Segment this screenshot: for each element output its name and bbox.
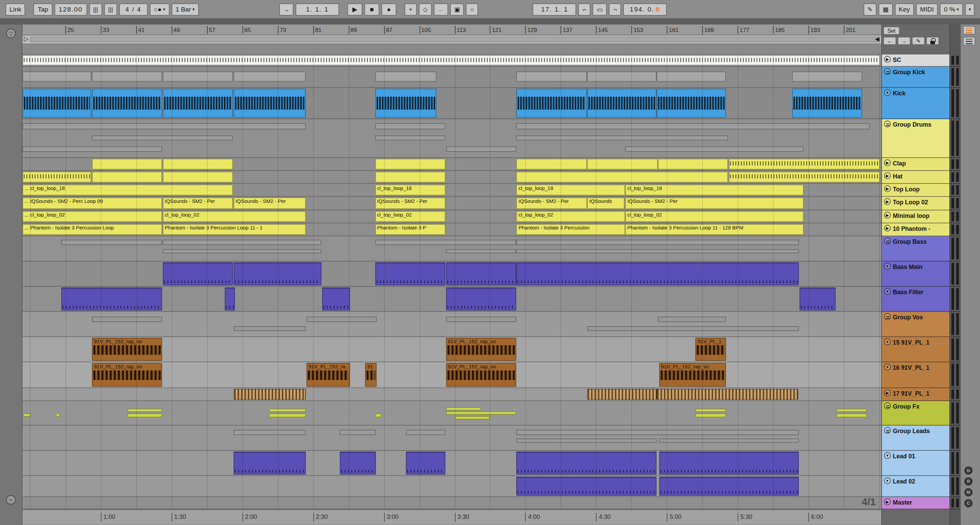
clip[interactable] [836, 408, 867, 412]
clip[interactable] [375, 89, 436, 118]
nudge-down-button[interactable]: ||| [89, 3, 102, 15]
track-lane-bass-filter[interactable] [22, 287, 881, 312]
clip[interactable] [657, 389, 798, 400]
fold-icon[interactable]: ▶ [884, 498, 891, 505]
clip[interactable]: IQSounds - SM2 - Per [234, 197, 306, 209]
clip[interactable]: ... IQSounds - SM2 - Perc Loop 09 [22, 197, 162, 209]
clip[interactable] [339, 430, 376, 435]
computer-midi-keyboard-button[interactable]: ▦ [878, 3, 892, 15]
clip[interactable]: cl_top_loop_02 [625, 211, 803, 222]
clip[interactable] [446, 407, 481, 410]
tap-tempo-button[interactable]: Tap [34, 3, 52, 15]
unfold-icon[interactable]: ▼ [884, 477, 891, 484]
clip[interactable] [375, 262, 445, 285]
track-header-top-loop-02[interactable]: ▶Top Loop 02 [882, 197, 949, 210]
clip[interactable] [517, 452, 657, 475]
track-lane-15-91v-pl-1[interactable]: 91V_PL_152_rap_vo91V_PL_152_rap_vo91V_PL… [22, 337, 881, 362]
track-lane-16-91v-pl-1[interactable]: 91V_PL_152_rap_vo91V_PL_152_ra9191V_PL_1… [22, 362, 881, 388]
clip[interactable] [234, 326, 306, 331]
punch-in-button[interactable]: ⌐ [579, 3, 591, 15]
set-locator-button[interactable]: Set [883, 27, 900, 35]
clip[interactable] [269, 413, 306, 417]
clip[interactable] [375, 413, 381, 417]
clip[interactable] [446, 287, 516, 310]
locator-lane[interactable] [22, 44, 881, 54]
follow-button[interactable]: → [279, 3, 294, 15]
clip[interactable] [800, 287, 836, 310]
track-header-16-91v-pl-1[interactable]: ▼16 91V_PL_1 [882, 362, 949, 388]
clip[interactable] [322, 287, 350, 310]
key-map-button[interactable]: Key [894, 3, 914, 15]
clip[interactable] [517, 240, 799, 245]
track-header-group-fx[interactable]: Group Fx [882, 401, 949, 426]
re-enable-automation-button[interactable]: ← [434, 3, 448, 15]
track-header-lead-01[interactable]: ▼Lead 01 [882, 451, 949, 476]
track-lane-group-vox[interactable] [22, 312, 881, 337]
clip[interactable] [22, 123, 306, 129]
bar-number[interactable]: 193 [808, 26, 820, 34]
clip[interactable]: 91V_PL_152_ra [307, 363, 350, 387]
clip[interactable] [22, 89, 92, 118]
clip[interactable]: IQSounds - SM2 - Per [517, 197, 587, 209]
clip[interactable] [517, 477, 657, 496]
track-header-kick[interactable]: ▼Kick [882, 88, 949, 119]
time-signature-display[interactable]: 4 / 4 [119, 3, 148, 15]
clip[interactable] [269, 408, 306, 412]
fold-icon[interactable]: ▶ [884, 225, 891, 232]
clip[interactable] [659, 452, 799, 475]
track-header-group-bass[interactable]: Group Bass [882, 236, 949, 261]
clip[interactable] [127, 408, 162, 412]
bar-number[interactable]: 145 [596, 26, 608, 34]
time-label[interactable]: 6:00 [808, 513, 823, 522]
clip[interactable] [92, 89, 162, 118]
io-section-toggle[interactable]: io [964, 466, 972, 475]
clip[interactable] [657, 89, 726, 118]
clip[interactable] [517, 430, 799, 435]
clip[interactable] [163, 249, 321, 253]
clip[interactable] [375, 159, 445, 170]
bar-number[interactable]: 161 [667, 26, 678, 34]
track-lane-master[interactable] [22, 497, 881, 509]
clip[interactable] [234, 72, 306, 82]
track-lane-minimal-loop[interactable]: ... cl_top_loop_02cl_top_loop_02cl_top_l… [22, 210, 881, 223]
loop-switch[interactable]: ▭ [593, 3, 607, 15]
clip[interactable] [446, 147, 516, 152]
time-label[interactable]: 2:30 [313, 513, 328, 522]
tempo-display[interactable]: 128.00 [54, 3, 87, 15]
group-icon[interactable] [884, 313, 891, 320]
clip[interactable] [658, 317, 726, 322]
time-label[interactable]: 1:00 [101, 513, 115, 522]
loop-brace[interactable] [30, 37, 880, 42]
clip[interactable] [22, 55, 880, 65]
clip[interactable] [587, 72, 657, 82]
punch-out-button[interactable]: ¬ [609, 3, 621, 15]
clip[interactable] [163, 159, 233, 170]
clip[interactable] [729, 159, 880, 170]
loop-length-display[interactable]: 194. 0. 0 [623, 3, 667, 15]
clip[interactable] [517, 89, 587, 118]
time-label[interactable]: 3:00 [384, 513, 398, 522]
clip[interactable] [659, 477, 799, 496]
track-lane-10-phantom[interactable]: ... Phantom - Isolate 3 Percussion LoopP… [22, 223, 881, 236]
unfold-icon[interactable]: ▼ [884, 364, 891, 371]
clip[interactable] [517, 135, 729, 141]
unfold-icon[interactable]: ▼ [884, 288, 891, 295]
fold-icon[interactable]: ▶ [884, 172, 891, 179]
cpu-meter[interactable]: 0 % ▾ [940, 3, 963, 15]
loop-start-display[interactable]: 17. 1. 1 [533, 3, 576, 15]
clip[interactable] [658, 159, 729, 170]
automation-arm-button[interactable]: ◇ [419, 3, 432, 15]
clip[interactable] [163, 172, 233, 183]
mixer-section-toggle[interactable]: M [964, 488, 972, 496]
waveform-toggle-button[interactable]: ≈ [6, 495, 16, 504]
clip[interactable]: Phantom - Isolate 3 P [375, 224, 445, 235]
quantization-menu[interactable]: 1 Bar ▾ [172, 3, 199, 15]
clip[interactable]: 91V_PL_1 [696, 338, 726, 361]
track-header-group-drums[interactable]: Group Drums [882, 119, 949, 158]
track-header-hat[interactable]: ▶Hat [882, 171, 949, 184]
bar-number[interactable]: 89 [348, 26, 357, 34]
track-header-15-91v-pl-1[interactable]: ▼15 91V_PL_1 [882, 337, 949, 362]
track-lane-top-loop-02[interactable]: ... IQSounds - SM2 - Perc Loop 09IQSound… [22, 197, 881, 210]
clip[interactable] [234, 452, 306, 475]
fold-icon[interactable]: ▶ [884, 390, 891, 396]
